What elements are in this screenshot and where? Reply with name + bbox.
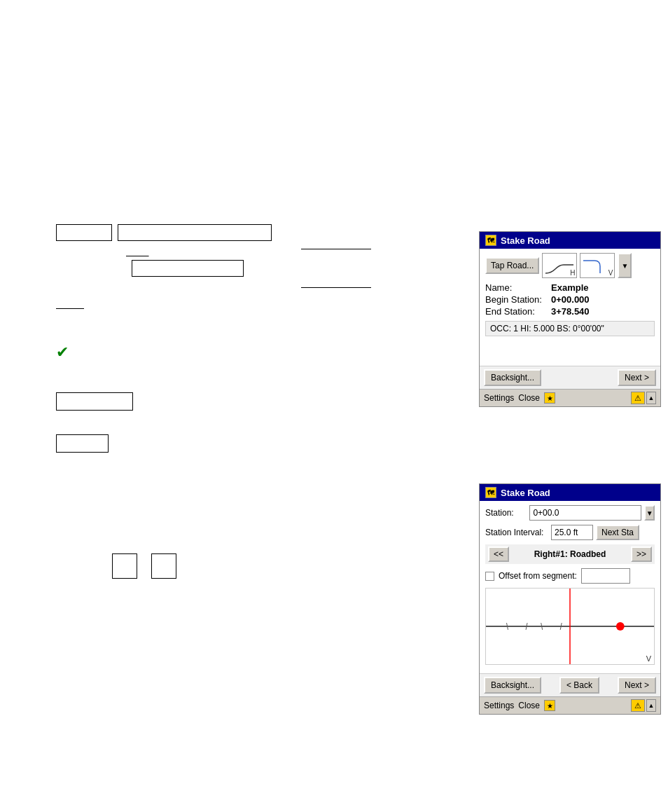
station-interval-label: Station Interval: bbox=[485, 528, 548, 537]
left-arrow-button[interactable]: << bbox=[488, 546, 509, 562]
panel1-title-icon: 🗺 bbox=[485, 235, 496, 246]
name-label: Name: bbox=[485, 282, 548, 293]
panel2-title-icon: 🗺 bbox=[485, 487, 496, 498]
settings-text-1[interactable]: Settings bbox=[484, 393, 514, 403]
station-label: Station: bbox=[485, 508, 527, 518]
begin-station-value: 0+00.000 bbox=[551, 294, 655, 305]
scroll-btn-2[interactable]: ▲ bbox=[646, 699, 656, 712]
panel2-title-bar: 🗺 Stake Road bbox=[480, 484, 660, 501]
end-station-label: End Station: bbox=[485, 306, 548, 317]
panel1-title: Stake Road bbox=[501, 235, 550, 246]
stake-road-panel-top: 🗺 Stake Road Tap Road... H V ▼ bbox=[479, 231, 661, 407]
panel2-btn-bar: Backsight... < Back Next > bbox=[480, 673, 660, 696]
left-area bbox=[56, 224, 272, 282]
offset-input[interactable] bbox=[581, 568, 630, 584]
medium-input-2[interactable] bbox=[132, 260, 244, 277]
panel1-body: Tap Road... H V ▼ Name: Example Begin St… bbox=[480, 249, 660, 366]
backsight-button-1[interactable]: Backsight... bbox=[484, 369, 541, 386]
info-grid: Name: Example Begin Station: 0+00.000 En… bbox=[485, 282, 655, 317]
short-input-1[interactable] bbox=[56, 224, 112, 241]
dropdown-arrow-button[interactable]: ▼ bbox=[618, 253, 632, 278]
second-input-row bbox=[56, 260, 272, 277]
scroll-btn-1[interactable]: ▲ bbox=[646, 392, 656, 404]
hline-1 bbox=[301, 249, 371, 249]
warning-icon-1[interactable]: ⚠ bbox=[631, 392, 645, 404]
panel2-title: Stake Road bbox=[501, 488, 550, 498]
offset-label: Offset from segment: bbox=[499, 571, 577, 581]
small-boxes-row bbox=[112, 553, 176, 579]
end-station-value: 3+78.540 bbox=[551, 306, 655, 317]
begin-station-label: Begin Station: bbox=[485, 294, 548, 305]
occ-bar: OCC: 1 HI: 5.000 BS: 0°00'00" bbox=[485, 321, 655, 336]
next-sta-button[interactable]: Next Sta bbox=[596, 525, 639, 540]
next-button-2[interactable]: Next > bbox=[618, 677, 656, 694]
standalone-box-2[interactable] bbox=[56, 434, 109, 453]
panel2-body: Station: ▼ Station Interval: Next Sta <<… bbox=[480, 501, 660, 673]
spacer1 bbox=[485, 340, 655, 362]
station-interval-row: Station Interval: Next Sta bbox=[485, 525, 655, 540]
settings-left-2: Settings Close ★ bbox=[484, 700, 555, 711]
svg-point-6 bbox=[616, 622, 625, 631]
roadbed-row: << Right#1: Roadbed >> bbox=[485, 544, 655, 564]
interval-input[interactable] bbox=[551, 525, 593, 540]
small-box-1[interactable] bbox=[112, 553, 137, 579]
warning-icon-2[interactable]: ⚠ bbox=[631, 699, 645, 712]
panel1-title-bar: 🗺 Stake Road bbox=[480, 232, 660, 249]
v-label: V bbox=[608, 269, 613, 277]
standalone-box-1[interactable] bbox=[56, 392, 133, 411]
next-button-1[interactable]: Next > bbox=[618, 369, 656, 386]
offset-row: Offset from segment: bbox=[485, 568, 655, 584]
right-arrow-button[interactable]: >> bbox=[631, 546, 652, 562]
panel1-btn-bar: Backsight... Next > bbox=[480, 366, 660, 389]
backsight-button-2[interactable]: Backsight... bbox=[484, 677, 541, 694]
green-checkmark: ✔ bbox=[56, 343, 69, 362]
station-input[interactable] bbox=[529, 505, 641, 521]
curve-preview-v: V bbox=[580, 253, 615, 278]
star-icon-1[interactable]: ★ bbox=[544, 392, 555, 404]
medium-input-1[interactable] bbox=[118, 224, 272, 241]
road-selector-row: Tap Road... H V ▼ bbox=[485, 253, 655, 278]
offset-checkbox[interactable] bbox=[485, 572, 494, 581]
back-button-2[interactable]: < Back bbox=[559, 677, 599, 694]
name-value: Example bbox=[551, 282, 655, 293]
stake-road-panel-bottom: 🗺 Stake Road Station: ▼ Station Interval… bbox=[479, 483, 661, 715]
star-icon-2[interactable]: ★ bbox=[544, 700, 555, 711]
close-text-1[interactable]: Close bbox=[518, 393, 540, 403]
panel1-settings-bar: Settings Close ★ ⚠ ▲ bbox=[480, 389, 660, 406]
hline-left bbox=[56, 308, 84, 309]
panel2-settings-bar: Settings Close ★ ⚠ ▲ bbox=[480, 696, 660, 714]
roadbed-label: Right#1: Roadbed bbox=[534, 549, 606, 559]
station-row: Station: ▼ bbox=[485, 505, 655, 521]
small-box-2[interactable] bbox=[151, 553, 176, 579]
underline-label-1 bbox=[126, 247, 149, 257]
settings-text-2[interactable]: Settings bbox=[484, 701, 514, 710]
h-label: H bbox=[570, 269, 575, 277]
hline-2 bbox=[301, 287, 371, 288]
chart-area: V bbox=[485, 588, 655, 665]
chart-v-label: V bbox=[646, 654, 651, 663]
close-text-2[interactable]: Close bbox=[518, 701, 540, 710]
station-dropdown-btn[interactable]: ▼ bbox=[644, 505, 655, 521]
tap-road-button[interactable]: Tap Road... bbox=[485, 257, 539, 274]
top-input-row bbox=[56, 224, 272, 241]
settings-left-1: Settings Close ★ bbox=[484, 392, 555, 404]
curve-preview-h: H bbox=[542, 253, 577, 278]
